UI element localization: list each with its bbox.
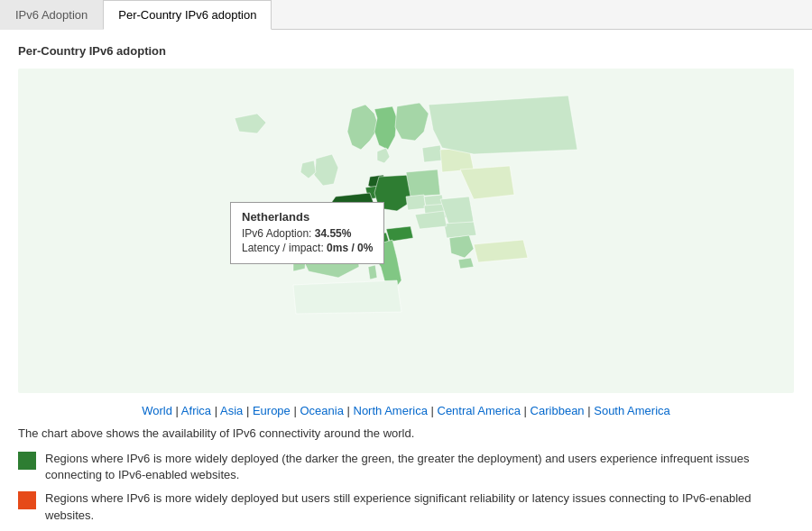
region-link-africa[interactable]: Africa <box>181 404 211 417</box>
region-link-south-america[interactable]: South America <box>594 404 670 417</box>
world-map <box>18 69 794 393</box>
legend-item-orange: Regions where IPv6 is more widely deploy… <box>18 490 794 523</box>
region-link-europe[interactable]: Europe <box>253 404 291 417</box>
page-title: Per-Country IPv6 adoption <box>18 44 794 58</box>
region-link-world[interactable]: World <box>142 404 172 417</box>
page-content: Per-Country IPv6 adoption <box>0 30 812 531</box>
region-links: World | Africa | Asia | Europe | Oceania… <box>18 404 794 417</box>
legend-text-orange: Regions where IPv6 is more widely deploy… <box>45 490 794 523</box>
region-link-central-america[interactable]: Central America <box>438 404 521 417</box>
legend-color-green <box>18 452 36 470</box>
map-container[interactable]: Netherlands IPv6 Adoption: 34.55% Latenc… <box>18 69 794 393</box>
legend-color-orange <box>18 491 36 509</box>
legend: Regions where IPv6 is more widely deploy… <box>18 451 794 531</box>
region-link-caribbean[interactable]: Caribbean <box>531 404 585 417</box>
region-link-north-america[interactable]: North America <box>354 404 428 417</box>
chart-description: The chart above shows the availability o… <box>18 426 794 440</box>
region-link-oceania[interactable]: Oceania <box>300 404 343 417</box>
region-link-asia[interactable]: Asia <box>220 404 243 417</box>
tab-ipv6-adoption[interactable]: IPv6 Adoption <box>0 0 103 30</box>
legend-text-green: Regions where IPv6 is more widely deploy… <box>45 451 794 483</box>
tab-bar: IPv6 Adoption Per-Country IPv6 adoption <box>0 0 812 30</box>
legend-item-green: Regions where IPv6 is more widely deploy… <box>18 451 794 483</box>
tab-per-country[interactable]: Per-Country IPv6 adoption <box>103 0 272 30</box>
